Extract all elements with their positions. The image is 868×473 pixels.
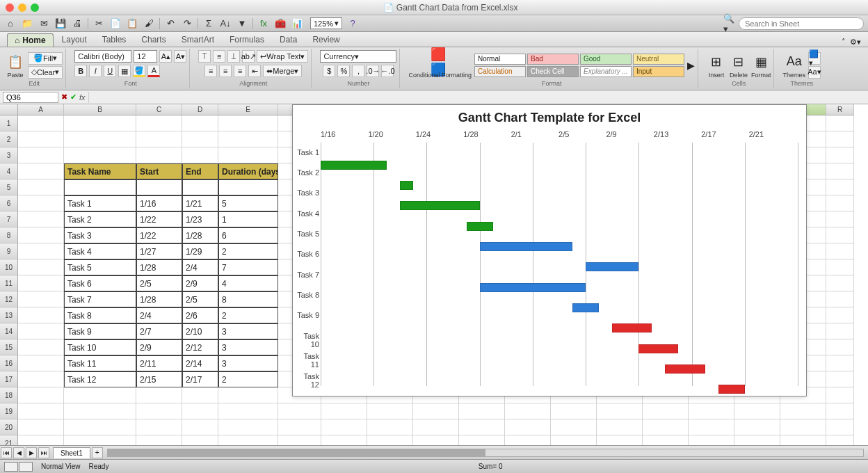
cell-G20[interactable]	[321, 419, 367, 435]
col-header-D[interactable]: D	[182, 104, 218, 115]
cell-R3[interactable]	[826, 147, 854, 163]
cell-O19[interactable]	[689, 403, 734, 419]
cell-A9[interactable]	[18, 243, 64, 259]
col-header-A[interactable]: A	[18, 104, 64, 115]
col-header-B[interactable]: B	[64, 104, 136, 115]
cell-D1[interactable]	[182, 115, 218, 131]
cell-E12[interactable]: 8	[218, 291, 278, 307]
home-icon[interactable]: ⌂	[4, 17, 17, 30]
cell-D10[interactable]: 2/4	[182, 259, 218, 275]
cell-K19[interactable]	[505, 403, 551, 419]
format-painter-icon[interactable]: 🖌	[143, 17, 155, 30]
cell-C3[interactable]	[136, 147, 182, 163]
cell-E4[interactable]: Duration (days)	[218, 163, 278, 179]
cell-A13[interactable]	[18, 307, 64, 323]
cell-B5[interactable]	[64, 179, 136, 195]
select-all-corner[interactable]	[0, 104, 18, 115]
row-header-11[interactable]: 11	[0, 275, 18, 291]
cell-R17[interactable]	[826, 371, 854, 387]
cell-R11[interactable]	[826, 275, 854, 291]
style-bad[interactable]: Bad	[527, 54, 579, 65]
cell-R16[interactable]	[826, 355, 854, 371]
cancel-icon[interactable]: ✖	[61, 93, 67, 102]
decrease-decimal-icon[interactable]: ←.0	[381, 65, 394, 77]
cell-E10[interactable]: 7	[218, 259, 278, 275]
cell-C18[interactable]	[136, 387, 182, 403]
cell-C10[interactable]: 1/28	[136, 259, 182, 275]
tab-layout[interactable]: Layout	[55, 33, 94, 47]
cell-R10[interactable]	[826, 259, 854, 275]
row-header-8[interactable]: 8	[0, 227, 18, 243]
cell-E6[interactable]: 5	[218, 195, 278, 211]
cell-M20[interactable]	[597, 419, 643, 435]
cell-A16[interactable]	[18, 355, 64, 371]
cell-A2[interactable]	[18, 131, 64, 147]
cell-F20[interactable]	[278, 419, 321, 435]
cell-D18[interactable]	[182, 387, 218, 403]
gantt-bar[interactable]	[467, 222, 493, 231]
cell-B7[interactable]: Task 2	[64, 211, 136, 227]
cell-R5[interactable]	[826, 179, 854, 195]
zoom-icon[interactable]	[31, 3, 39, 12]
align-middle-icon[interactable]: ≡	[213, 50, 225, 63]
cell-B15[interactable]: Task 10	[64, 339, 136, 355]
cell-E16[interactable]: 3	[218, 355, 278, 371]
cell-M19[interactable]	[597, 403, 643, 419]
paste-icon[interactable]: 📋	[126, 17, 138, 30]
row-header-10[interactable]: 10	[0, 259, 18, 275]
comma-icon[interactable]: ,	[352, 65, 364, 77]
align-top-icon[interactable]: ⟙	[198, 50, 211, 63]
cell-D19[interactable]	[182, 403, 218, 419]
normal-view-icon[interactable]	[4, 462, 18, 472]
cell-E17[interactable]: 2	[218, 371, 278, 387]
gantt-chart[interactable]: Gantt Chart Template for Excel 1/161/201…	[292, 104, 807, 396]
cell-A7[interactable]	[18, 211, 64, 227]
style-normal[interactable]: Normal	[474, 54, 526, 65]
autosum-icon[interactable]: Σ	[202, 17, 215, 30]
style-neutral[interactable]: Neutral	[633, 54, 684, 65]
print-icon[interactable]: 🖨	[71, 17, 83, 30]
cell-A11[interactable]	[18, 275, 64, 291]
merge-button[interactable]: ⬌ Merge ▾	[263, 65, 302, 77]
cell-A12[interactable]	[18, 291, 64, 307]
cell-B10[interactable]: Task 5	[64, 259, 136, 275]
help-icon[interactable]: ?	[346, 17, 359, 30]
wrap-text-button[interactable]: ↩ Wrap Text ▾	[257, 50, 308, 63]
row-header-15[interactable]: 15	[0, 339, 18, 355]
cell-E13[interactable]: 2	[218, 307, 278, 323]
row-header-20[interactable]: 20	[0, 419, 18, 435]
cell-J20[interactable]	[459, 419, 505, 435]
cell-D12[interactable]: 2/5	[182, 291, 218, 307]
gantt-bar[interactable]	[718, 385, 745, 394]
cell-B14[interactable]: Task 9	[64, 323, 136, 339]
cell-E9[interactable]: 2	[218, 243, 278, 259]
next-sheet-icon[interactable]: ▶	[26, 447, 37, 458]
cell-D2[interactable]	[182, 131, 218, 147]
cell-R12[interactable]	[826, 291, 854, 307]
cell-A6[interactable]	[18, 195, 64, 211]
cell-O20[interactable]	[689, 419, 734, 435]
cell-D20[interactable]	[182, 419, 218, 435]
cell-C8[interactable]: 1/22	[136, 227, 182, 243]
cell-A18[interactable]	[18, 387, 64, 403]
col-header-C[interactable]: C	[136, 104, 182, 115]
cell-C20[interactable]	[136, 419, 182, 435]
cell-D15[interactable]: 2/12	[182, 339, 218, 355]
cell-P20[interactable]	[734, 419, 780, 435]
cell-D8[interactable]: 1/28	[182, 227, 218, 243]
cell-C7[interactable]: 1/22	[136, 211, 182, 227]
format-cells-button[interactable]: ▦Format	[751, 52, 771, 79]
cell-R9[interactable]	[826, 243, 854, 259]
cell-E8[interactable]: 6	[218, 227, 278, 243]
show-icon[interactable]: 📊	[291, 17, 303, 30]
grow-font-icon[interactable]: A▴	[159, 50, 172, 63]
redo-icon[interactable]: ↷	[181, 17, 193, 30]
gear-icon[interactable]: ⚙▾	[850, 38, 861, 47]
gantt-bar[interactable]	[480, 283, 586, 292]
style-check-cell[interactable]: Check Cell	[527, 66, 579, 77]
theme-colors-icon[interactable]: 🟦▾	[808, 52, 821, 65]
tab-charts[interactable]: Charts	[134, 33, 172, 47]
align-right-icon[interactable]: ≡	[234, 65, 246, 77]
formula-input[interactable]	[88, 92, 865, 103]
row-header-2[interactable]: 2	[0, 131, 18, 147]
